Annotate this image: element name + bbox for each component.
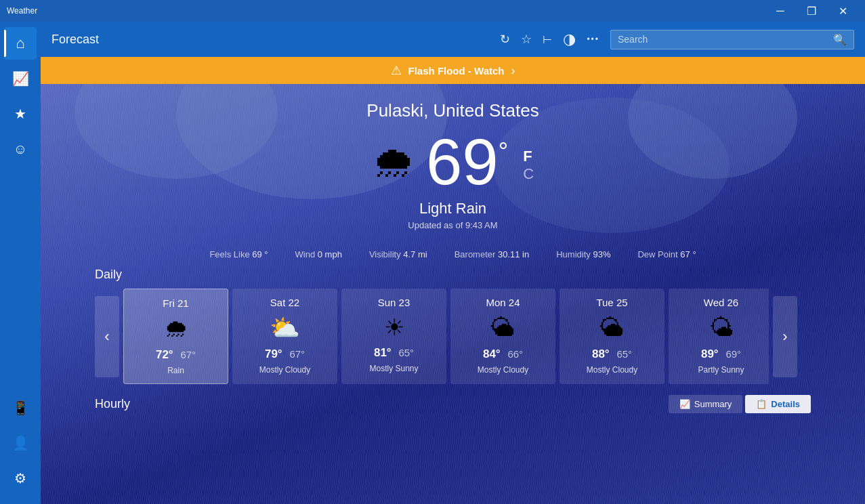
hourly-summary-button[interactable]: 📈 Summary [669,395,743,413]
day-name-mon24: Mon 24 [486,297,520,308]
temperature-units: F C [523,148,534,183]
daily-prev-button[interactable]: ‹ [95,296,119,377]
detail-wind: Wind 0 mph [295,249,342,259]
day-name-tue25: Tue 25 [596,297,627,308]
hourly-details-button[interactable]: 📋 Details [745,395,811,413]
header-icons: ↻ ☆ ⊢ ◑ ••• [500,30,599,48]
search-icon: 🔍 [833,33,847,46]
daily-section: Daily ‹ Fri 21 🌧 72° 67° Rain [41,259,865,390]
day-temps-sun23: 81° 65° [374,346,414,360]
day-temps-sat22: 79° 67° [265,348,305,361]
detail-feels-like: Feels Like 69 ° [209,249,268,259]
daily-card-wed26[interactable]: Wed 26 🌤 89° 69° Partly Sunny [669,289,769,384]
daily-card-sat22[interactable]: Sat 22 ⛅ 79° 67° Mostly Cloudy [232,289,337,384]
day-temps-fri21: 72° 67° [156,348,196,362]
sidebar-item-forecast[interactable]: 📈 [4,62,37,95]
alert-banner[interactable]: ⚠ Flash Flood - Watch › [41,57,865,84]
app-title: Weather [7,6,37,16]
favorite-icon[interactable]: ☆ [521,32,532,47]
more-icon[interactable]: ••• [587,35,599,44]
day-name-fri21: Fri 21 [163,297,188,309]
favorites-icon: ★ [14,106,26,122]
daily-next-button[interactable]: › [773,296,797,377]
daily-card-fri21[interactable]: Fri 21 🌧 72° 67° Rain [123,289,228,384]
hourly-buttons: 📈 Summary 📋 Details [669,395,811,413]
table-icon: 📋 [756,399,767,409]
day-name-sat22: Sat 22 [270,297,299,308]
location-name: Pulaski, United States [366,100,539,121]
sidebar-item-lifeevents[interactable]: ☺ [4,133,37,165]
sidebar-bottom: 📱 👤 ⚙ [4,392,37,504]
day-icon-mon24: 🌥 [491,314,515,342]
day-condition-wed26: Partly Sunny [698,365,744,375]
day-icon-fri21: 🌧 [164,314,188,343]
day-icon-sun23: ☀ [384,314,404,341]
current-weather: Pulaski, United States 🌧 69 ° F C Light … [41,84,865,241]
day-name-wed26: Wed 26 [704,297,738,308]
sidebar-item-phone[interactable]: 📱 [4,392,37,424]
alert-warning-icon: ⚠ [391,63,402,78]
unit-celsius[interactable]: C [523,165,534,183]
day-temps-wed26: 89° 69° [701,348,741,361]
sidebar-item-favorites[interactable]: ★ [4,98,37,130]
day-condition-fri21: Rain [167,366,184,375]
detail-visibility: Visibility 4.7 mi [369,249,427,259]
detail-barometer: Barometer 30.11 in [455,249,530,259]
phone-icon: 📱 [12,400,29,416]
account-icon: 👤 [12,435,29,451]
day-condition-sun23: Mostly Sunny [369,364,418,373]
unit-fahrenheit[interactable]: F [523,148,534,165]
daily-cards-container: ‹ Fri 21 🌧 72° 67° Rain Sat 2 [95,289,797,384]
day-icon-sat22: ⛅ [270,314,300,342]
last-updated: Updated as of 9:43 AM [408,220,497,230]
temperature-display: 69 ° [426,129,508,194]
sidebar: ⌂ 📈 ★ ☺ 📱 👤 ⚙ [0,22,41,504]
pin-icon[interactable]: ⊢ [543,33,552,46]
darkmode-icon[interactable]: ◑ [563,30,576,48]
degree-symbol: ° [499,138,508,166]
alert-text: Flash Flood - Watch [408,65,505,77]
search-input[interactable] [618,34,833,45]
home-icon: ⌂ [16,35,24,52]
hourly-title: Hourly [95,397,130,411]
header: Forecast ↻ ☆ ⊢ ◑ ••• 🔍 [41,22,865,57]
daily-card-sun23[interactable]: Sun 23 ☀ 81° 65° Mostly Sunny [341,289,446,384]
current-weather-icon: 🌧 [372,137,415,187]
forecast-icon: 📈 [12,70,29,87]
settings-icon: ⚙ [14,470,26,486]
day-temps-tue25: 88° 65° [592,348,632,361]
sidebar-item-settings[interactable]: ⚙ [4,462,37,495]
weather-condition: Light Rain [419,200,486,217]
day-name-sun23: Sun 23 [378,297,410,308]
day-condition-mon24: Mostly Cloudy [478,365,528,375]
hourly-section: Hourly 📈 Summary 📋 Details [41,390,865,413]
sidebar-item-account[interactable]: 👤 [4,427,37,459]
detail-humidity: Humidity 93% [556,249,610,259]
minimize-button[interactable]: ─ [765,0,796,22]
sidebar-item-home[interactable]: ⌂ [4,27,37,60]
day-temps-mon24: 84° 66° [483,348,523,361]
refresh-icon[interactable]: ↻ [500,32,510,47]
daily-card-tue25[interactable]: Tue 25 🌥 88° 65° Mostly Cloudy [560,289,664,384]
maximize-button[interactable]: ❐ [796,0,827,22]
main-panel: Forecast ↻ ☆ ⊢ ◑ ••• 🔍 ⚠ Flash Flood - W… [41,22,865,504]
search-box: 🔍 [610,30,854,49]
app-body: ⌂ 📈 ★ ☺ 📱 👤 ⚙ Forecast ↻ [0,22,865,504]
daily-cards: Fri 21 🌧 72° 67° Rain Sat 22 ⛅ [123,289,769,384]
window-controls: ─ ❐ ✕ [765,0,858,22]
alert-arrow-icon[interactable]: › [511,64,515,78]
daily-card-mon24[interactable]: Mon 24 🌥 84° 66° Mostly Cloudy [450,289,555,384]
detail-dewpoint: Dew Point 67 ° [637,249,696,259]
temperature-row: 🌧 69 ° F C [372,129,534,194]
day-condition-tue25: Mostly Cloudy [587,365,637,375]
page-title: Forecast [51,33,489,47]
close-button[interactable]: ✕ [827,0,858,22]
chart-icon: 📈 [679,399,690,409]
day-icon-tue25: 🌥 [600,314,625,342]
day-icon-wed26: 🌤 [709,314,734,342]
daily-title: Daily [95,268,797,282]
weather-content: Pulaski, United States 🌧 69 ° F C Light … [41,84,865,504]
titlebar: Weather ─ ❐ ✕ [0,0,865,22]
weather-details: Feels Like 69 ° Wind 0 mph Visibility 4.… [41,249,865,259]
day-condition-sat22: Mostly Cloudy [259,365,310,375]
